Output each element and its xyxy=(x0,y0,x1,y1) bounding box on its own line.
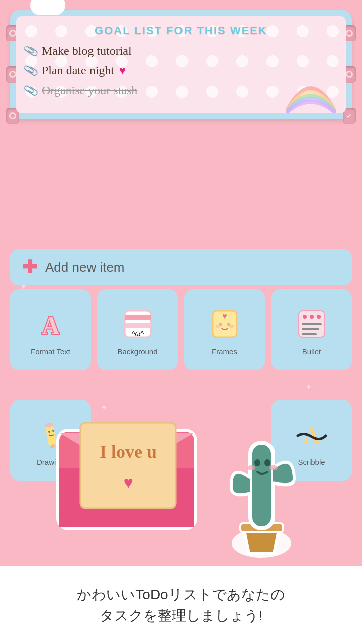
svg-point-13 xyxy=(215,325,220,328)
frames-button[interactable]: ♥ Frames xyxy=(184,289,265,370)
binder-ring-inner xyxy=(9,71,16,78)
bottom-text: かわいいToDoリストであなたの タスクを整理しましょう! xyxy=(77,584,285,626)
bullet-icon xyxy=(292,304,332,344)
plus-icon: ✚ xyxy=(22,258,37,276)
clip-icon: 📎 xyxy=(23,82,39,98)
binder-ring-inner xyxy=(9,112,16,119)
background-icon: ^ω^ xyxy=(118,304,158,344)
scribble-icon: A xyxy=(292,415,332,455)
svg-text:♥: ♥ xyxy=(222,312,227,320)
background-label: Background xyxy=(117,347,157,356)
clip-icon: 📎 xyxy=(23,62,39,78)
todo-text-3: Organise your stash xyxy=(42,84,137,97)
svg-point-27 xyxy=(48,431,50,433)
notebook-title: GOAL LIST FOR THIS WEEK xyxy=(24,24,338,37)
svg-point-12 xyxy=(227,323,230,326)
star-decoration: ✦ xyxy=(305,382,312,392)
add-new-item-button[interactable]: ✚ Add new item xyxy=(10,249,352,285)
format-text-icon: A A xyxy=(31,304,71,344)
scribble-label: Scribble xyxy=(298,458,325,466)
todo-item-1[interactable]: 📎 Make blog tutorial xyxy=(24,44,338,58)
drawing-icon xyxy=(31,415,71,455)
svg-point-18 xyxy=(310,315,314,319)
binder-ring-inner xyxy=(346,71,353,78)
svg-rect-20 xyxy=(302,323,322,325)
frames-icon: ♥ xyxy=(205,304,245,344)
svg-point-11 xyxy=(219,323,222,326)
scribble-button[interactable]: A Scribble xyxy=(271,400,352,481)
svg-text:^ω^: ^ω^ xyxy=(131,330,144,338)
binder-ring-inner xyxy=(9,30,16,37)
cloud-decoration xyxy=(30,0,65,15)
svg-rect-22 xyxy=(302,333,317,335)
svg-rect-6 xyxy=(125,323,151,328)
binder-ring-inner xyxy=(346,30,353,37)
add-item-label: Add new item xyxy=(45,260,125,275)
svg-point-14 xyxy=(229,325,234,328)
tools-grid: A A Format Text ^ω^ Background xyxy=(10,289,352,370)
notebook-inner: GOAL LIST FOR THIS WEEK 📎 Make blog tuto… xyxy=(16,16,346,113)
svg-point-28 xyxy=(52,430,54,432)
bullet-label: Bullet xyxy=(302,347,321,356)
svg-rect-21 xyxy=(302,328,319,330)
svg-rect-5 xyxy=(125,315,151,320)
format-text-button[interactable]: A A Format Text xyxy=(10,289,91,370)
clip-icon: 📎 xyxy=(23,43,39,59)
bottom-line-1: かわいいToDoリストであなたの xyxy=(77,584,285,605)
bottom-section: かわいいToDoリストであなたの タスクを整理しましょう! xyxy=(0,566,362,644)
bullet-button[interactable]: Bullet xyxy=(271,289,352,370)
format-text-label: Format Text xyxy=(31,347,70,356)
drawing-label: Drawing xyxy=(37,458,64,466)
todo-text-1: Make blog tutorial xyxy=(42,44,132,58)
bottom-line-2: タスクを整理しましょう! xyxy=(77,605,285,626)
svg-point-17 xyxy=(303,315,307,319)
rainbow-decoration xyxy=(286,73,336,113)
tools-grid-2: Drawing A Scribble xyxy=(10,400,352,481)
notebook-container: ✓ GOAL LIST FOR THIS WEEK 📎 Make blog tu… xyxy=(10,10,352,119)
svg-text:A: A xyxy=(42,312,59,339)
drawing-button[interactable]: Drawing xyxy=(10,400,91,481)
todo-text-2: Plan date night xyxy=(42,64,114,77)
frames-label: Frames xyxy=(212,347,237,356)
background-button[interactable]: ^ω^ Background xyxy=(97,289,178,370)
svg-point-19 xyxy=(317,315,321,319)
heart-decoration: ♥ xyxy=(119,64,126,77)
